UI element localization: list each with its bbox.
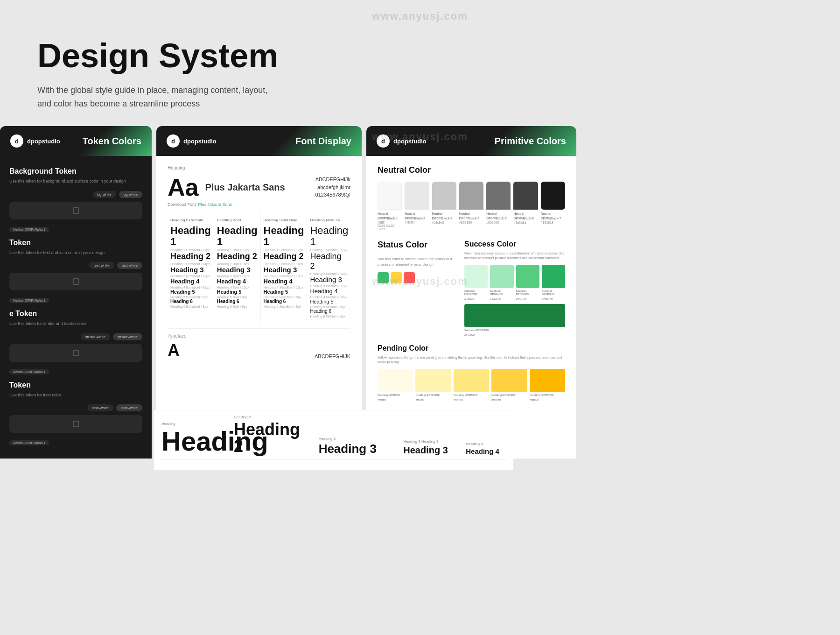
- neutral-swatch-label-5: Neutral-DP0P/Black-5: [486, 212, 511, 221]
- font-display-card: d dpopstudio Font Display Heading Aa Plu…: [156, 126, 362, 459]
- heading-label-h3b: Heading 3 Heading 3: [403, 439, 461, 444]
- success-color-title: Success Color: [464, 240, 565, 248]
- primitive-logo-text: dpopstudio: [393, 138, 427, 145]
- hero-subtitle: With the global style guide in place, ma…: [37, 84, 271, 111]
- pending-swatch-hex-5: #ffb800: [530, 398, 565, 402]
- h5-bold-meta: Heading 5 Bold / 9px: [217, 296, 258, 299]
- token-label-row-3: Neutral-DP0P/Alpha-1: [9, 369, 142, 374]
- neutral-swatch-2: Neutral-DP0P/Black-2 #f4f4f4: [405, 182, 429, 231]
- pending-swatch-color-1: [378, 369, 413, 392]
- h4-bold: Heading 4: [217, 278, 258, 285]
- font-download: Download Font: Plus Jakarta Sans: [168, 202, 350, 207]
- token-chips-row-2: text-white text-white: [9, 262, 142, 269]
- h2-bold-meta: Heading 2 Bold / 14px: [217, 262, 258, 266]
- heading-col-medium: Heading Medium Heading 1 Heading 1 Mediu…: [307, 214, 351, 322]
- pending-swatch-label-3: Pending-DP0P/200: [454, 394, 489, 397]
- success-swatch-2: Success-DP0P/400 #9de8b8: [490, 265, 513, 302]
- heading-col-semibold: Heading Semi Bold Heading 1 Heading 1 Se…: [261, 214, 308, 322]
- neutral-swatch-hex-4: #909190: [459, 221, 483, 224]
- neutral-swatch-hex-3: #c8c9c0: [432, 221, 456, 224]
- h5-bold: Heading 5: [217, 289, 258, 295]
- neutral-swatch-label-6: Neutral-DP0P/Black-6: [513, 212, 538, 221]
- font-download-link[interactable]: Plus Jakarta Sans: [198, 202, 232, 207]
- typeface-chars-bottom: ABCDEFGHIJK: [315, 353, 350, 359]
- font-name-text: Plus Jakarta Sans: [205, 182, 285, 193]
- neutral-swatch-label-2: Neutral-DP0P/Black-2: [405, 212, 429, 221]
- success-swatch-hex-2: #9de8b8: [490, 298, 513, 302]
- token-badge-2: Neutral-DP0P/Alpha-1: [9, 298, 49, 303]
- pending-color-section: Pending Color Yellow represents things t…: [378, 344, 565, 402]
- pending-swatch-color-3: [454, 369, 489, 392]
- token-colors-card: d dpopstudio Token Colors Background Tok…: [0, 126, 152, 459]
- typeface-big-aa: A: [168, 342, 180, 359]
- heading-h3-text: Heading 3: [319, 443, 399, 455]
- pending-swatch-label-1: Pending-DP0P/50: [378, 394, 413, 397]
- pending-swatch-3: Pending-DP0P/200 #ffe780: [454, 369, 489, 402]
- neutral-swatch-6: Neutral-DP0P/Black-6 #3a3a3a: [513, 182, 538, 231]
- pending-swatch-label-4: Pending-DP0P/300: [491, 394, 527, 397]
- success-swatch-hex-3: #55cc80: [516, 298, 539, 302]
- status-mini-swatches: [378, 272, 457, 283]
- h3-medium-meta: Heading 3 Medium / 12px: [310, 284, 348, 288]
- status-color-desc: Use this color to communicate the status…: [378, 256, 457, 268]
- checkbox-preview-1: [73, 207, 79, 214]
- heading-col-h3: Heading 3 Heading 3: [314, 437, 399, 455]
- h2-medium-meta: Heading 2 Medium / 14px: [310, 272, 348, 275]
- token-preview-box-1: [9, 202, 142, 219]
- h4-medium: Heading 4: [310, 288, 348, 295]
- success-swatch-5: Success-DP0P/100 #1a8040: [464, 304, 565, 338]
- pending-swatch-color-2: [415, 369, 451, 392]
- icon-token-title: Token: [9, 381, 142, 389]
- pending-swatch-label-5: Pending-DP0P/400: [530, 394, 565, 397]
- heading-col-bold: Heading Bold Heading 1 Heading 1 Bold / …: [214, 214, 261, 322]
- success-swatch-label-3: Success-DP0P/300: [516, 289, 539, 297]
- checkbox-preview-4: [73, 421, 79, 427]
- heading-h2-text: Heading 2: [234, 421, 314, 455]
- font-main-row: Aa Plus Jakarta Sans ABCDEFGHIJkabcdefgh…: [168, 175, 350, 199]
- h6-bold-meta: Heading 6 Bold / 8px: [217, 305, 258, 308]
- success-swatch-1: Success-DP0P/500 #d4f7e0: [464, 265, 488, 302]
- neutral-swatch-color-1: [378, 182, 402, 210]
- h6-extrabold: Heading 6: [170, 299, 211, 304]
- heading-label-main: Heading: [161, 422, 229, 426]
- success-swatch-3: Success-DP0P/300 #55cc80: [516, 265, 539, 302]
- token-chips-row: bg-white bg-white: [9, 191, 142, 198]
- token-badge-3: Neutral-DP0P/Alpha-1: [9, 369, 49, 374]
- primitive-logo-icon: d: [377, 134, 390, 148]
- status-color-heading: Status Color: [378, 240, 457, 250]
- h1-medium: Heading 1: [310, 225, 348, 247]
- primitive-logo-area: d dpopstudio: [377, 134, 427, 148]
- heading-label-h3: Heading 3: [319, 437, 399, 441]
- pending-swatch-color-4: [491, 369, 527, 392]
- h5-extrabold-meta: Heading 5 Extrabold / 9px: [170, 296, 211, 299]
- pending-swatch-hex-1: #fffbe6: [378, 398, 413, 402]
- logo-area: d dpopstudio: [10, 134, 60, 148]
- token-preview-box-4: [9, 415, 142, 433]
- heading-h4-text: Heading 4: [466, 448, 506, 455]
- heading-col-h3b: Heading 3 Heading 3 Heading 3: [399, 439, 461, 455]
- success-swatches-row: Success-DP0P/500 #d4f7e0 Success-DP0P/40…: [464, 265, 565, 338]
- background-token-title: Background Token: [9, 167, 142, 176]
- font-logo-icon: d: [167, 134, 180, 148]
- success-swatch-label-1: Success-DP0P/500: [464, 289, 488, 297]
- neutral-swatch-color-3: [432, 182, 456, 210]
- chip-text-white-1: text-white: [89, 262, 114, 269]
- background-token-subtitle: Use this token for background and surfac…: [9, 178, 142, 184]
- status-mini-green: [378, 272, 389, 283]
- heading-grid: Heading Extrabold Heading 1 Heading 1 Ex…: [168, 214, 350, 322]
- background-token-section: Background Token Use this token for back…: [9, 167, 142, 232]
- stroke-token-subtitle: Use this token for stroke and border col…: [9, 321, 142, 327]
- neutral-swatch-label-7: Neutral-DP0P/Black-7: [541, 212, 565, 221]
- h3-semibold: Heading 3: [264, 266, 304, 274]
- token-badge-1: Neutral-DP0P/Alpha-1: [9, 227, 49, 232]
- primitive-card-header: d dpopstudio Primitive Colors: [366, 126, 576, 156]
- h5-medium: Heading 5: [310, 299, 348, 304]
- chip-bg-white-1: bg-white: [93, 191, 116, 198]
- icon-token-section: Token Use this token for icon color icon…: [9, 381, 142, 446]
- success-color-section: Success Color Green denotes easy access …: [464, 240, 565, 338]
- success-swatch-hex-5: #1a8040: [464, 334, 565, 338]
- h1-bold-meta: Heading 1 Bold / 17px: [217, 248, 258, 252]
- h6-bold: Heading 6: [217, 299, 258, 304]
- h4-semibold-meta: Heading 4 SemiBold / 10px: [264, 286, 304, 289]
- success-swatch-hex-4: #28b060: [542, 298, 565, 302]
